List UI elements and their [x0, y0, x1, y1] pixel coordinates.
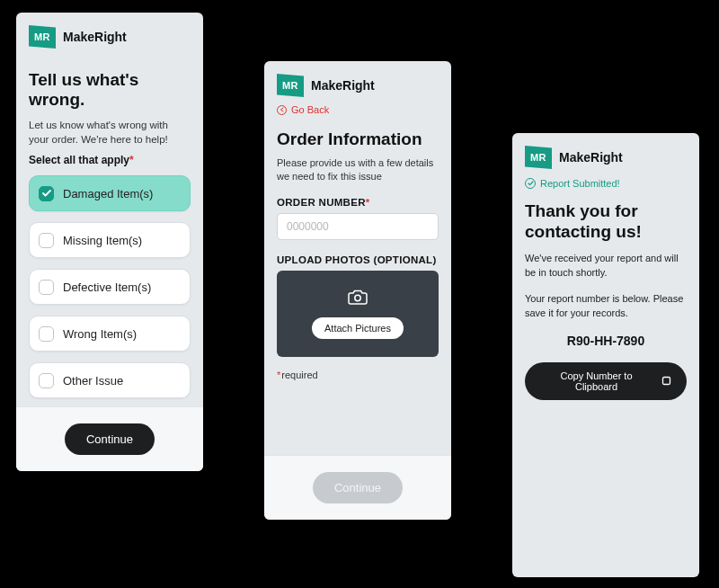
copy-to-clipboard-button[interactable]: Copy Number to Clipboard [525, 362, 687, 400]
clipboard-icon [661, 375, 672, 388]
page-title: Tell us what's wrong. [29, 70, 191, 110]
order-number-label: ORDER NUMBER* [277, 197, 439, 208]
select-all-label: Select all that apply* [29, 154, 191, 166]
confirmation-text-1: We've received your report and will be i… [525, 252, 687, 281]
checkbox-icon [39, 373, 54, 388]
required-note: *required [277, 370, 439, 380]
order-number-input[interactable] [277, 213, 439, 240]
page-subtitle: Let us know what's wrong with your order… [29, 119, 191, 147]
copy-button-label: Copy Number to Clipboard [539, 370, 653, 392]
brand-name: MakeRight [63, 30, 127, 44]
issue-selection-screen: MR MakeRight Tell us what's wrong. Let u… [16, 13, 203, 471]
brand-mark: MR [277, 74, 304, 97]
brand-mark: MR [29, 25, 56, 49]
option-defective-items[interactable]: Defective Item(s) [29, 269, 191, 305]
page-title: Order Information [277, 129, 439, 149]
attach-pictures-button[interactable]: Attach Pictures [312, 317, 404, 339]
order-info-screen: MR MakeRight Go Back Order Information P… [264, 61, 451, 520]
option-label: Missing Item(s) [63, 234, 142, 247]
checkbox-icon [39, 326, 54, 342]
footer-bar: Continue [264, 455, 451, 520]
option-damaged-items[interactable]: Damaged Item(s) [29, 175, 191, 211]
page-subtitle: Please provide us with a few details we … [277, 156, 439, 184]
report-number: R90-HH-7890 [525, 334, 687, 348]
option-label: Wrong Item(s) [63, 327, 137, 341]
brand-name: MakeRight [311, 78, 375, 93]
report-submitted-status: Report Submitted! [525, 178, 687, 189]
footer-bar: Continue [16, 406, 203, 471]
brand-mark: MR [525, 146, 552, 169]
upload-dropzone[interactable]: Attach Pictures [277, 271, 439, 357]
option-label: Defective Item(s) [63, 281, 151, 294]
checkbox-icon [39, 233, 54, 248]
check-circle-icon [525, 178, 536, 189]
checkbox-icon [39, 280, 54, 295]
svg-point-0 [355, 295, 360, 300]
confirmation-screen: MR MakeRight Report Submitted! Thank you… [512, 133, 699, 577]
option-wrong-items[interactable]: Wrong Item(s) [29, 316, 191, 352]
option-missing-items[interactable]: Missing Item(s) [29, 222, 191, 258]
continue-button[interactable]: Continue [65, 423, 155, 455]
checkbox-icon [39, 186, 54, 201]
status-label: Report Submitted! [540, 178, 620, 189]
option-other-issue[interactable]: Other Issue [29, 362, 191, 398]
continue-button-disabled: Continue [313, 472, 403, 503]
option-label: Other Issue [63, 374, 123, 388]
upload-photos-label: UPLOAD PHOTOS (OPTIONAL) [277, 254, 439, 265]
go-back-link[interactable]: Go Back [277, 104, 439, 115]
camera-icon [348, 289, 368, 308]
brand-logo: MR MakeRight [29, 25, 191, 49]
arrow-left-icon [277, 105, 287, 115]
brand-logo: MR MakeRight [525, 146, 687, 169]
page-title: Thank you for contacting us! [525, 201, 687, 243]
brand-name: MakeRight [559, 150, 623, 165]
brand-logo: MR MakeRight [277, 74, 439, 97]
go-back-label: Go Back [291, 104, 329, 115]
confirmation-text-2: Your report number is below. Please save… [525, 292, 687, 321]
option-label: Damaged Item(s) [63, 187, 153, 200]
